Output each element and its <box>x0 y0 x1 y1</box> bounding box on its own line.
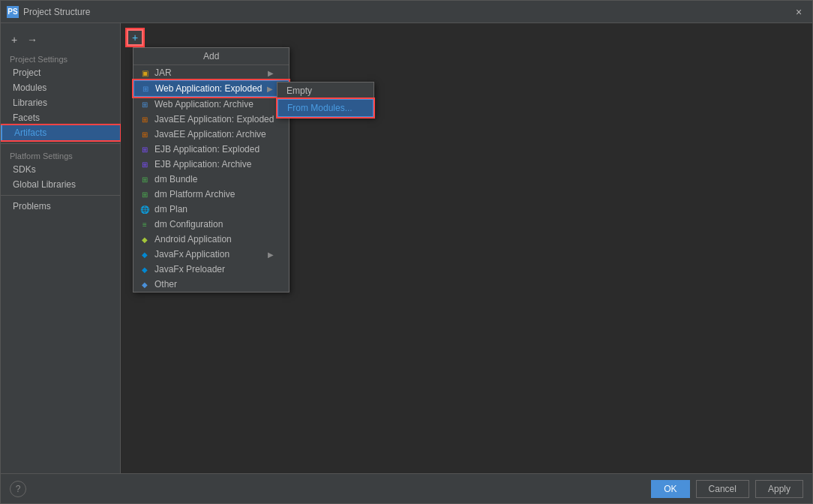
dropdown-menu: Add ▣ JAR ▶ ⊞ Web Application: Exploded … <box>133 47 290 292</box>
dropdown-item-javaee-archive[interactable]: ⊞ JavaEE Application: Archive <box>134 127 289 142</box>
web-exploded-submenu: Empty From Modules... <box>277 82 374 118</box>
arrow-icon: ▶ <box>268 69 274 77</box>
jar-icon: ▣ <box>140 68 150 78</box>
sidebar-item-facets[interactable]: Facets <box>1 110 120 125</box>
project-structure-window: PS Project Structure × + → Project Setti… <box>0 0 813 504</box>
javafx-icon: ◆ <box>140 249 150 260</box>
bottom-right: OK Cancel Apply <box>651 480 803 498</box>
dropdown-item-dm-config[interactable]: ≡ dm Configuration <box>134 217 289 232</box>
close-button[interactable]: × <box>791 4 806 20</box>
sidebar-item-artifacts[interactable]: Artifacts <box>1 125 120 140</box>
web-exploded-icon: ⊞ <box>140 83 151 94</box>
sidebar: + → Project Settings Project Modules Lib… <box>1 23 121 473</box>
ok-button[interactable]: OK <box>651 480 689 498</box>
sidebar-divider <box>1 143 120 144</box>
dm-platform-icon: ⊞ <box>140 189 150 200</box>
ejb-exploded-icon: ⊞ <box>140 144 150 154</box>
arrow-icon-web: ▶ <box>267 85 273 93</box>
dropdown-item-javafx-preloader[interactable]: ◆ JavaFx Preloader <box>134 262 289 277</box>
window-title: Project Structure <box>23 7 791 17</box>
bottom-left: ? <box>10 481 26 497</box>
sidebar-add-button[interactable]: + <box>7 32 22 47</box>
dropdown-item-other[interactable]: ◆ Other <box>134 277 289 292</box>
sidebar-toolbar: + → <box>1 29 120 50</box>
sidebar-item-global-libraries[interactable]: Global Libraries <box>1 177 120 192</box>
other-icon: ◆ <box>140 279 150 290</box>
ejb-archive-icon: ⊞ <box>140 159 150 170</box>
submenu-item-from-modules[interactable]: From Modules... <box>278 99 374 117</box>
javafx-arrow-icon: ▶ <box>268 250 274 259</box>
title-bar: PS Project Structure × <box>1 1 812 23</box>
dropdown-item-ejb-exploded[interactable]: ⊞ EJB Application: Exploded <box>134 142 289 157</box>
help-button[interactable]: ? <box>10 481 26 497</box>
javaee-archive-icon: ⊞ <box>140 129 150 140</box>
window-icon: PS <box>7 6 19 18</box>
dm-plan-icon: 🌐 <box>140 204 150 214</box>
dropdown-item-jar[interactable]: ▣ JAR ▶ <box>134 65 289 80</box>
sidebar-item-modules[interactable]: Modules <box>1 80 120 95</box>
javaee-exploded-icon: ⊞ <box>140 114 150 124</box>
dropdown-item-dm-plan[interactable]: 🌐 dm Plan <box>134 202 289 217</box>
sidebar-nav-button[interactable]: → <box>25 32 40 47</box>
dm-config-icon: ≡ <box>140 219 150 230</box>
dropdown-item-dm-bundle[interactable]: ⊞ dm Bundle <box>134 172 289 187</box>
cancel-button[interactable]: Cancel <box>696 480 749 498</box>
dm-bundle-icon: ⊞ <box>140 174 150 184</box>
dropdown-item-javaee-exploded[interactable]: ⊞ JavaEE Application: Exploded <box>134 112 289 127</box>
dropdown-item-dm-platform[interactable]: ⊞ dm Platform Archive <box>134 187 289 202</box>
sidebar-divider-2 <box>1 195 120 196</box>
dropdown-item-android[interactable]: ◆ Android Application <box>134 232 289 247</box>
main-content: + → Project Settings Project Modules Lib… <box>1 23 812 473</box>
web-archive-icon: ⊞ <box>140 99 150 110</box>
apply-button[interactable]: Apply <box>755 480 803 498</box>
dropdown-item-javafx[interactable]: ◆ JavaFx Application ▶ <box>134 247 289 262</box>
submenu-item-empty[interactable]: Empty <box>278 82 374 99</box>
sidebar-item-problems[interactable]: Problems <box>1 199 120 214</box>
sidebar-item-sdks[interactable]: SDKs <box>1 162 120 177</box>
platform-settings-label: Platform Settings <box>1 147 120 162</box>
dropdown-header: Add <box>134 48 289 65</box>
android-icon: ◆ <box>140 234 150 244</box>
dropdown-item-ejb-archive[interactable]: ⊞ EJB Application: Archive <box>134 157 289 172</box>
add-artifact-button[interactable]: + <box>127 29 143 46</box>
content-area: + Add ▣ JAR ▶ ⊞ Web Application: Explode… <box>121 23 812 473</box>
dropdown-item-web-archive[interactable]: ⊞ Web Application: Archive <box>134 97 289 112</box>
bottom-bar: ? OK Cancel Apply <box>1 473 812 503</box>
javafx-preloader-icon: ◆ <box>140 264 150 274</box>
dropdown-item-web-exploded[interactable]: ⊞ Web Application: Exploded ▶ <box>134 80 289 97</box>
project-settings-label: Project Settings <box>1 50 120 65</box>
sidebar-item-libraries[interactable]: Libraries <box>1 95 120 110</box>
sidebar-item-project[interactable]: Project <box>1 65 120 80</box>
